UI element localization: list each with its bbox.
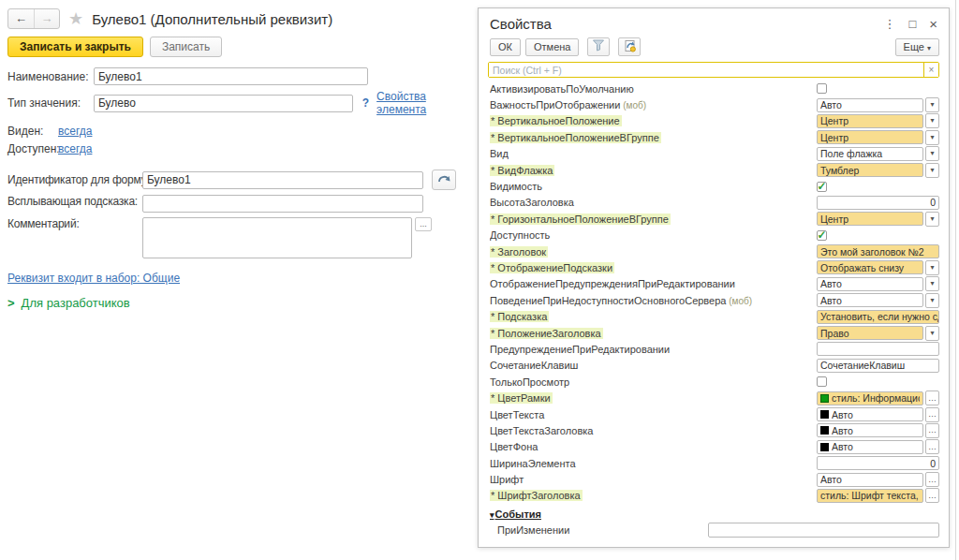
attribute-set-link[interactable]: Реквизит входит в набор: Общие [7, 272, 180, 285]
search-input[interactable] [489, 63, 923, 77]
select-value[interactable]: Центр [817, 114, 923, 128]
name-input[interactable] [94, 67, 368, 85]
text-input[interactable]: СочетаниеКлавиш [817, 359, 939, 373]
dropdown-button[interactable]: ▾ [925, 97, 939, 112]
refresh-id-button[interactable] [432, 169, 456, 190]
checkbox-checked-icon[interactable]: ✓ [817, 230, 827, 241]
checkbox[interactable] [817, 376, 827, 387]
checkbox[interactable] [817, 83, 827, 94]
available-link[interactable]: всегда [58, 142, 92, 155]
dropdown-button[interactable]: ▾ [925, 260, 939, 275]
property-row: * ПоложениеЗаголовкаПраво▾ [490, 325, 939, 341]
select-value[interactable]: Отображать снизу [817, 260, 923, 274]
more-options-button[interactable]: … [925, 407, 939, 422]
font-value[interactable]: Авто [817, 473, 923, 487]
property-label: * ВертикальноеПоложение [490, 115, 817, 126]
color-swatch [820, 426, 829, 435]
refresh-arrow-icon [436, 172, 451, 187]
events-section-header[interactable]: ▾События [490, 508, 939, 520]
type-input[interactable] [94, 95, 353, 112]
dropdown-button[interactable]: ▾ [925, 293, 939, 308]
restore-values-button[interactable] [618, 37, 641, 56]
property-row: * ШрифтЗаголовкастиль: Шрифт текста, 11,… [490, 488, 939, 504]
save-button[interactable]: Записать [150, 37, 222, 57]
help-icon[interactable]: ? [362, 96, 369, 110]
dropdown-button[interactable]: ▾ [925, 276, 939, 291]
more-options-button[interactable]: … [925, 391, 939, 405]
window-edge-divider [955, 0, 956, 560]
property-value-cell: Авто… [817, 472, 939, 487]
property-row: СочетаниеКлавишСочетаниеКлавиш [490, 358, 939, 374]
tooltip-input[interactable] [142, 195, 423, 213]
select-value[interactable]: Центр [817, 130, 923, 144]
dropdown-button[interactable]: ▾ [925, 163, 939, 178]
color-value[interactable]: стиль: Информационны [817, 391, 923, 405]
property-label: ВысотаЗаголовка [490, 197, 817, 208]
property-row: АктивизироватьПоУмолчанию [490, 81, 939, 96]
font-value[interactable]: стиль: Шрифт текста, 11, по. [817, 489, 923, 503]
property-row: * ЦветРамкистиль: Информационны… [490, 390, 939, 405]
color-value[interactable]: Авто [817, 423, 923, 437]
attribute-set-row: Реквизит входит в набор: Общие [7, 272, 473, 285]
comment-textarea[interactable] [142, 217, 412, 258]
cancel-button[interactable]: Отмена [525, 38, 579, 56]
color-value[interactable]: Авто [817, 440, 923, 454]
select-value[interactable]: Авто [817, 98, 923, 112]
visible-link[interactable]: всегда [58, 125, 92, 138]
select-value[interactable]: Поле флажка [817, 147, 923, 161]
ok-button[interactable]: ОК [490, 38, 521, 56]
back-button[interactable]: ← [8, 9, 34, 28]
forward-button[interactable]: → [34, 9, 59, 28]
dropdown-button[interactable]: ▾ [925, 146, 939, 161]
property-value-cell: Авто▾ [817, 293, 939, 308]
color-value[interactable]: Авто [817, 407, 923, 421]
text-input[interactable]: Это мой заголовок №2 [817, 244, 939, 258]
more-button[interactable]: Еще▾ [895, 38, 939, 56]
available-row: Доступен: всегда [7, 142, 473, 155]
checkbox-checked-icon[interactable]: ✓ [817, 182, 827, 192]
filter-button[interactable] [587, 37, 610, 56]
comment-more-button[interactable]: ... [415, 217, 432, 231]
select-value[interactable]: Авто [817, 277, 923, 291]
property-value-cell [817, 83, 939, 94]
developers-section-label: Для разработчиков [22, 296, 130, 310]
property-label: Вид [490, 148, 817, 159]
text-input[interactable]: Установить, если нужно сделат [817, 310, 939, 324]
event-handler-input[interactable] [708, 523, 939, 538]
close-icon[interactable]: × [929, 17, 937, 31]
select-value[interactable]: Центр [817, 212, 923, 226]
clear-search-icon[interactable]: × [923, 63, 938, 77]
text-input[interactable] [817, 342, 939, 356]
property-value-cell [817, 376, 939, 387]
property-value-cell: Авто… [817, 423, 939, 438]
dropdown-button[interactable]: ▾ [925, 326, 939, 341]
props-rows: АктивизироватьПоУмолчаниюВажностьПриОтоб… [490, 81, 939, 504]
maximize-icon[interactable]: □ [908, 18, 916, 30]
more-options-button[interactable]: … [925, 472, 939, 487]
more-options-button[interactable]: … [925, 423, 939, 438]
property-value-cell: Поле флажка▾ [817, 146, 939, 161]
element-properties-link[interactable]: Свойства элемента [376, 90, 473, 116]
kebab-menu-icon[interactable]: ⋮ [883, 18, 895, 30]
formula-id-input[interactable] [142, 171, 423, 189]
developers-section[interactable]: > Для разработчиков [7, 296, 473, 310]
number-input[interactable]: 0 [817, 456, 939, 470]
select-value[interactable]: Авто [817, 293, 923, 307]
property-row: ВысотаЗаголовка0 [490, 195, 939, 211]
property-value-cell: ✓ [817, 230, 939, 241]
property-label: ЦветТекстаЗаголовка [490, 425, 817, 436]
more-options-button[interactable]: … [925, 488, 939, 503]
favorite-star-icon[interactable]: ★ [68, 10, 83, 27]
property-label: ПоведениеПриНедоступностиОсновногоСервер… [490, 295, 817, 306]
more-options-button[interactable]: … [925, 439, 939, 454]
dropdown-button[interactable]: ▾ [925, 212, 939, 227]
properties-panel: Свойства ⋮ □ × ОК Отмена [478, 7, 950, 548]
dropdown-button[interactable]: ▾ [925, 113, 939, 128]
select-value[interactable]: Право [817, 326, 923, 340]
number-input[interactable]: 0 [817, 196, 939, 210]
comment-row: Комментарий: ... [7, 217, 473, 258]
select-value[interactable]: Тумблер [817, 163, 923, 177]
available-label: Доступен: [7, 142, 58, 155]
save-and-close-button[interactable]: Записать и закрыть [7, 37, 143, 57]
dropdown-button[interactable]: ▾ [925, 130, 939, 145]
